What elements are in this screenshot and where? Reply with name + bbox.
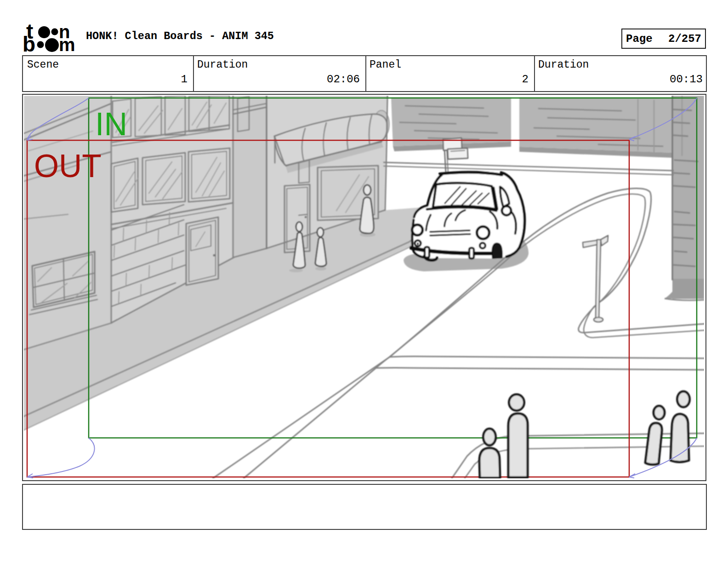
svg-text:IN: IN (95, 106, 127, 142)
svg-text:b: b (23, 32, 35, 53)
svg-text:m: m (59, 34, 75, 53)
svg-text:OUT: OUT (34, 148, 102, 184)
